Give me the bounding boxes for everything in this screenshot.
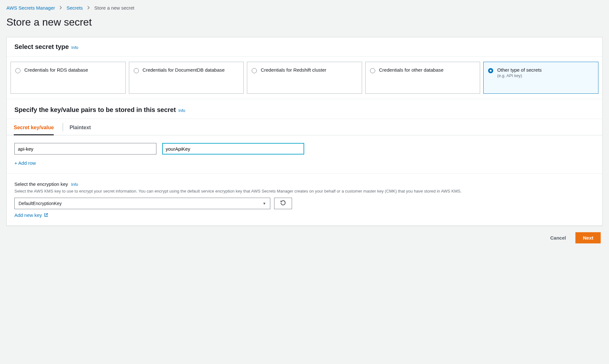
refresh-button[interactable] — [274, 198, 292, 209]
secret-type-rds[interactable]: Credentials for RDS database — [11, 62, 126, 94]
caret-down-icon: ▼ — [263, 202, 266, 205]
kv-tabs: Secret key/value Plaintext — [7, 119, 602, 135]
encryption-key-selected: DefaultEncryptionKey — [19, 201, 62, 206]
secret-type-label: Other type of secrets — [497, 67, 542, 73]
secret-type-options: Credentials for RDS database Credentials… — [7, 57, 602, 99]
external-link-icon — [44, 213, 48, 217]
page-title: Store a new secret — [6, 16, 603, 28]
section-secret-type-title: Select secret type — [14, 43, 69, 51]
radio-icon — [488, 68, 493, 73]
breadcrumb-root[interactable]: AWS Secrets Manager — [6, 5, 55, 11]
next-button[interactable]: Next — [575, 232, 601, 243]
secret-type-redshift[interactable]: Credentials for Redshift cluster — [247, 62, 362, 94]
secret-type-documentdb[interactable]: Credentials for DocumentDB database — [129, 62, 244, 94]
section-kv-header: Specify the key/value pairs to be stored… — [7, 99, 602, 119]
info-link-kv[interactable]: Info — [178, 108, 186, 113]
kv-key-input[interactable] — [14, 143, 156, 154]
encryption-section: Select the encryption key Info Select th… — [7, 174, 602, 226]
tab-secret-key-value[interactable]: Secret key/value — [14, 119, 63, 135]
secret-type-label: Credentials for RDS database — [24, 67, 88, 73]
secret-type-sublabel: (e.g. API key) — [497, 73, 542, 78]
footer-actions: Cancel Next — [6, 226, 603, 246]
breadcrumb-secrets[interactable]: Secrets — [67, 5, 83, 11]
info-link-secret-type[interactable]: Info — [71, 45, 78, 50]
encryption-label: Select the encryption key — [14, 181, 68, 187]
section-secret-type-header: Select secret type Info — [7, 37, 602, 57]
tab-separator — [63, 123, 63, 131]
refresh-icon — [280, 200, 286, 207]
secret-type-label: Credentials for DocumentDB database — [143, 67, 225, 73]
radio-icon — [252, 68, 257, 73]
breadcrumb-current: Store a new secret — [94, 5, 134, 11]
secret-type-other[interactable]: Other type of secrets (e.g. API key) — [483, 62, 598, 94]
encryption-description: Select the AWS KMS key to use to encrypt… — [14, 188, 595, 194]
encryption-key-select[interactable]: DefaultEncryptionKey ▼ — [14, 198, 270, 209]
add-new-key-label: Add new key — [14, 212, 42, 218]
chevron-right-icon — [59, 5, 62, 11]
chevron-right-icon — [87, 5, 90, 11]
radio-icon — [370, 68, 375, 73]
secret-type-label: Credentials for other database — [379, 67, 444, 73]
secret-type-label: Credentials for Redshift cluster — [261, 67, 326, 73]
section-kv-title: Specify the key/value pairs to be stored… — [14, 106, 176, 114]
add-row-button[interactable]: + Add row — [14, 160, 36, 166]
kv-value-input[interactable] — [162, 143, 304, 154]
tab-plaintext[interactable]: Plaintext — [69, 119, 100, 135]
cancel-button[interactable]: Cancel — [546, 233, 570, 243]
breadcrumb: AWS Secrets Manager Secrets Store a new … — [6, 5, 603, 11]
radio-icon — [15, 68, 20, 73]
kv-body: + Add row — [7, 135, 602, 174]
secret-type-other-db[interactable]: Credentials for other database — [365, 62, 480, 94]
radio-icon — [134, 68, 139, 73]
main-panel: Select secret type Info Credentials for … — [6, 37, 603, 226]
kv-row — [14, 143, 595, 154]
add-new-key-link[interactable]: Add new key — [14, 212, 595, 218]
info-link-encryption[interactable]: Info — [71, 182, 78, 187]
